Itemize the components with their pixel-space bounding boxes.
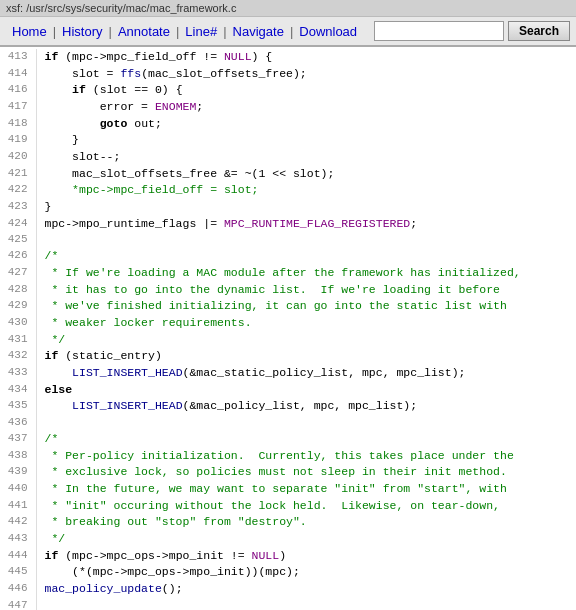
line-code: (*(mpc->mpc_ops->mpo_init))(mpc); [36,564,576,581]
line-number: 426 [0,248,36,265]
line-code [36,415,576,431]
line-number: 437 [0,431,36,448]
line-number: 413 [0,49,36,66]
line-code: else [36,382,576,399]
line-number: 425 [0,232,36,248]
line-number: 442 [0,514,36,531]
nav-line[interactable]: Line# [179,22,223,41]
nav-download[interactable]: Download [293,22,363,41]
line-number: 444 [0,548,36,565]
nav-history[interactable]: History [56,22,108,41]
line-code: */ [36,531,576,548]
line-number: 432 [0,348,36,365]
table-row: 418 goto out; [0,116,576,133]
table-row: 433 LIST_INSERT_HEAD(&mac_static_policy_… [0,365,576,382]
code-table: 413if (mpc->mpc_field_off != NULL) {414 … [0,49,576,610]
line-number: 440 [0,481,36,498]
line-number: 436 [0,415,36,431]
search-input[interactable] [374,21,504,41]
search-button[interactable]: Search [508,21,570,41]
title-text: xsf: /usr/src/sys/security/mac/mac_frame… [6,2,236,14]
table-row: 430 * weaker locker requirements. [0,315,576,332]
nav-annotate[interactable]: Annotate [112,22,176,41]
table-row: 431 */ [0,332,576,349]
line-number: 417 [0,99,36,116]
line-code: * we've finished initializing, it can go… [36,298,576,315]
table-row: 434else [0,382,576,399]
line-code: * Per-policy initialization. Currently, … [36,448,576,465]
table-row: 424mpc->mpo_runtime_flags |= MPC_RUNTIME… [0,216,576,233]
table-row: 413if (mpc->mpc_field_off != NULL) { [0,49,576,66]
table-row: 428 * it has to go into the dynamic list… [0,282,576,299]
nav-navigate[interactable]: Navigate [227,22,290,41]
table-row: 420 slot--; [0,149,576,166]
line-code: if (mpc->mpc_field_off != NULL) { [36,49,576,66]
line-code: *mpc->mpc_field_off = slot; [36,182,576,199]
table-row: 446mac_policy_update(); [0,581,576,598]
line-code: /* [36,248,576,265]
table-row: 426/* [0,248,576,265]
line-code: } [36,199,576,216]
line-code: mac_policy_update(); [36,581,576,598]
table-row: 417 error = ENOMEM; [0,99,576,116]
line-number: 423 [0,199,36,216]
table-row: 447 [0,598,576,610]
line-number: 427 [0,265,36,282]
line-code: slot--; [36,149,576,166]
line-number: 414 [0,66,36,83]
line-code: * If we're loading a MAC module after th… [36,265,576,282]
line-number: 418 [0,116,36,133]
line-code: slot = ffs(mac_slot_offsets_free); [36,66,576,83]
line-number: 445 [0,564,36,581]
line-code: mac_slot_offsets_free &= ~(1 << slot); [36,166,576,183]
line-code: LIST_INSERT_HEAD(&mac_static_policy_list… [36,365,576,382]
line-number: 416 [0,82,36,99]
table-row: 442 * breaking out "stop" from "destroy"… [0,514,576,531]
nav-home[interactable]: Home [6,22,53,41]
line-number: 434 [0,382,36,399]
line-code: goto out; [36,116,576,133]
line-code: if (slot == 0) { [36,82,576,99]
table-row: 436 [0,415,576,431]
table-row: 416 if (slot == 0) { [0,82,576,99]
line-code: if (mpc->mpc_ops->mpo_init != NULL) [36,548,576,565]
table-row: 443 */ [0,531,576,548]
line-code: * weaker locker requirements. [36,315,576,332]
line-number: 422 [0,182,36,199]
line-code: * breaking out "stop" from "destroy". [36,514,576,531]
table-row: 435 LIST_INSERT_HEAD(&mac_policy_list, m… [0,398,576,415]
line-code [36,232,576,248]
table-row: 429 * we've finished initializing, it ca… [0,298,576,315]
line-number: 435 [0,398,36,415]
line-number: 428 [0,282,36,299]
line-code [36,598,576,610]
line-code: * In the future, we may want to separate… [36,481,576,498]
table-row: 419 } [0,132,576,149]
table-row: 414 slot = ffs(mac_slot_offsets_free); [0,66,576,83]
code-area: 413if (mpc->mpc_field_off != NULL) {414 … [0,47,576,610]
line-code: * "init" occuring without the lock held.… [36,498,576,515]
line-number: 446 [0,581,36,598]
table-row: 440 * In the future, we may want to sepa… [0,481,576,498]
table-row: 422 *mpc->mpc_field_off = slot; [0,182,576,199]
table-row: 425 [0,232,576,248]
line-code: LIST_INSERT_HEAD(&mac_policy_list, mpc, … [36,398,576,415]
line-number: 438 [0,448,36,465]
line-number: 430 [0,315,36,332]
table-row: 445 (*(mpc->mpc_ops->mpo_init))(mpc); [0,564,576,581]
line-number: 447 [0,598,36,610]
line-code: error = ENOMEM; [36,99,576,116]
table-row: 432if (static_entry) [0,348,576,365]
line-code: /* [36,431,576,448]
line-number: 424 [0,216,36,233]
line-number: 443 [0,531,36,548]
line-number: 419 [0,132,36,149]
search-form: Search [374,21,570,41]
line-number: 420 [0,149,36,166]
table-row: 441 * "init" occuring without the lock h… [0,498,576,515]
table-row: 438 * Per-policy initialization. Current… [0,448,576,465]
line-number: 441 [0,498,36,515]
line-number: 433 [0,365,36,382]
nav-bar: Home | History | Annotate | Line# | Navi… [0,17,576,47]
table-row: 444if (mpc->mpc_ops->mpo_init != NULL) [0,548,576,565]
